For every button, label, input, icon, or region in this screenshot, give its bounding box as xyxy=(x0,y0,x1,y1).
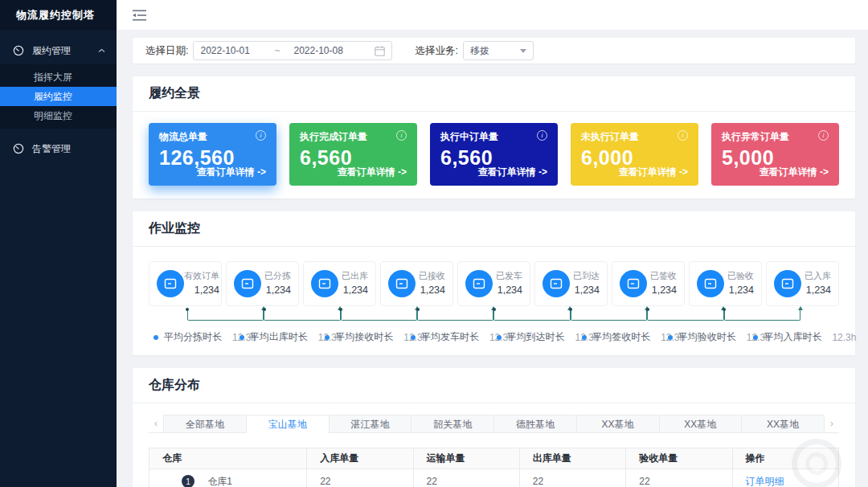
date-range-input[interactable]: 2022-10-01 ~ 2022-10-08 xyxy=(193,41,392,60)
view-order-details-link[interactable]: 查看订单详情 -> xyxy=(619,166,688,179)
table-header-cell: 操作 xyxy=(732,448,838,469)
duration-label: 平均验收时长 xyxy=(678,330,736,344)
step-card: 已到达 1,234 xyxy=(534,261,608,306)
table-header-cell: 出库单量 xyxy=(519,448,625,469)
tabs-next-icon[interactable]: › xyxy=(825,417,839,432)
info-icon[interactable]: i xyxy=(818,130,829,141)
info-icon[interactable]: i xyxy=(537,130,547,141)
base-tab[interactable]: XX基地 xyxy=(741,415,825,433)
bullet-dot-icon xyxy=(497,335,502,340)
base-tab[interactable]: 德胜基地 xyxy=(493,415,576,433)
overview-card[interactable]: 未执行订单量 i 6,000 查看订单详情 -> xyxy=(571,123,698,186)
base-tab[interactable]: 湛江基地 xyxy=(329,415,411,433)
overview-title: 履约全景 xyxy=(133,76,855,112)
date-start-value[interactable]: 2022-10-01 xyxy=(200,45,274,56)
base-tab[interactable]: XX基地 xyxy=(576,415,659,433)
overview-card[interactable]: 执行完成订单量 i 6,560 查看订单详情 -> xyxy=(289,123,417,186)
transport-count: 22 xyxy=(413,469,519,487)
duration-label: 平均签收时长 xyxy=(592,330,650,344)
sidebar-group-fulfillment[interactable]: 履约管理 xyxy=(0,37,117,64)
step-value: 1,234 xyxy=(264,283,291,298)
bullet-dot-icon xyxy=(753,335,758,340)
order-doc-icon xyxy=(697,270,724,297)
sidebar: 物流履约控制塔 履约管理 指挥大屏 履约监控 明细监控 告警管理 xyxy=(0,0,117,487)
step-value: 1,234 xyxy=(573,283,600,298)
business-filter-label: 选择业务: xyxy=(415,44,457,58)
step-connector-arrow xyxy=(493,310,570,321)
order-doc-icon xyxy=(157,270,184,297)
step-card: 已接收 1,234 xyxy=(380,261,453,306)
step-card: 有效订单 1,234 xyxy=(149,261,222,306)
warehouse-panel: 仓库分布 ‹ 全部基地 宝山基地 湛江基地 韶关基地 xyxy=(133,368,855,487)
receive-count: 22 xyxy=(626,469,732,487)
warehouse-title: 仓库分布 xyxy=(133,368,855,403)
operations-body: 有效订单 1,234 已分拣 1 xyxy=(133,247,855,355)
info-icon[interactable]: i xyxy=(256,130,266,141)
overview-card[interactable]: 执行异常订单量 i 5,000 查看订单详情 -> xyxy=(711,123,839,186)
overview-card[interactable]: 物流总单量 i 126,560 查看订单详情 -> xyxy=(149,123,276,186)
step-connector-arrow xyxy=(647,310,723,321)
bullet-dot-icon xyxy=(582,335,587,340)
order-detail-link[interactable]: 订单明细 xyxy=(746,476,784,487)
view-order-details-link[interactable]: 查看订单详情 -> xyxy=(478,166,547,179)
step-value: 1,234 xyxy=(419,283,445,298)
chevron-up-icon xyxy=(98,48,105,53)
duration-stats: 平均分拣时长 12.3h 平均出库时长 12.3h xyxy=(149,330,839,344)
bullet-dot-icon xyxy=(668,335,673,340)
view-order-details-link[interactable]: 查看订单详情 -> xyxy=(760,166,829,179)
sidebar-group-alerts[interactable]: 告警管理 xyxy=(0,135,117,162)
view-order-details-link[interactable]: 查看订单详情 -> xyxy=(338,166,407,179)
calendar-icon xyxy=(375,46,385,56)
overview-card[interactable]: 执行中订单量 i 6,560 查看订单详情 -> xyxy=(430,123,558,186)
step-value: 1,234 xyxy=(342,283,368,298)
bullet-dot-icon xyxy=(411,335,416,340)
step-card: 已入库 1,234 xyxy=(766,261,839,306)
order-doc-icon xyxy=(311,270,338,297)
base-tab[interactable]: 宝山基地 xyxy=(246,415,329,433)
order-doc-icon xyxy=(234,270,261,297)
sidebar-group-label: 履约管理 xyxy=(32,44,71,58)
step-label: 已入库 xyxy=(805,269,831,283)
sidebar-item[interactable]: 指挥大屏 xyxy=(0,68,117,87)
table-row: 1 仓库1 22 22 22 22 订单明细 xyxy=(149,469,839,487)
alert-gauge-icon xyxy=(13,143,24,154)
rank-badge: 1 xyxy=(182,475,194,487)
order-doc-icon xyxy=(774,270,801,297)
date-range-separator: ~ xyxy=(274,45,293,56)
base-tab[interactable]: 全部基地 xyxy=(163,415,246,433)
info-icon[interactable]: i xyxy=(396,130,407,141)
warehouse-table: 仓库入库单量运输单量出库单量验收单量操作 1 仓库1 22 22 xyxy=(149,448,839,487)
topbar xyxy=(117,0,868,31)
operation-steps: 有效订单 1,234 已分拣 1 xyxy=(149,261,839,306)
overview-card-label: 执行完成订单量 xyxy=(300,130,367,144)
order-doc-icon xyxy=(620,270,647,297)
duration-item: 平均签收时长 12.3h xyxy=(582,330,668,344)
content-scroll-area: 选择日期: 2022-10-01 ~ 2022-10-08 选择业务: 移拨 履 xyxy=(117,31,868,487)
date-end-value[interactable]: 2022-10-08 xyxy=(293,45,367,56)
step-label: 已出库 xyxy=(342,269,368,283)
main-area: 选择日期: 2022-10-01 ~ 2022-10-08 选择业务: 移拨 履 xyxy=(117,0,868,487)
info-icon[interactable]: i xyxy=(678,130,688,141)
step-connector-arrow xyxy=(571,310,647,321)
base-tab[interactable]: XX基地 xyxy=(659,415,742,433)
view-order-details-link[interactable]: 查看订单详情 -> xyxy=(197,166,266,179)
sidebar-item[interactable]: 明细监控 xyxy=(0,106,117,125)
tabs-prev-icon[interactable]: ‹ xyxy=(149,417,163,432)
duration-item: 平均到达时长 12.3h xyxy=(497,330,583,344)
base-tab[interactable]: 韶关基地 xyxy=(411,415,493,433)
inbound-count: 22 xyxy=(307,469,413,487)
duration-item: 平均出库时长 12.3h xyxy=(240,330,326,344)
step-label: 已接收 xyxy=(419,269,445,283)
business-select[interactable]: 移拨 xyxy=(463,41,534,60)
bullet-dot-icon xyxy=(154,335,158,340)
step-value: 1,234 xyxy=(184,283,219,298)
duration-label: 平均分拣时长 xyxy=(164,330,222,344)
overview-cards: 物流总单量 i 126,560 查看订单详情 -> 执行完成订单量 i xyxy=(133,112,855,198)
menu-fold-icon[interactable] xyxy=(133,10,147,21)
step-card: 已出库 1,234 xyxy=(303,261,376,306)
overview-card-label: 执行中订单量 xyxy=(440,130,498,144)
table-header-cell: 验收单量 xyxy=(626,448,732,469)
duration-label: 平均发车时长 xyxy=(421,330,479,344)
sidebar-item[interactable]: 履约监控 xyxy=(0,87,117,106)
business-select-value: 移拨 xyxy=(470,44,489,58)
